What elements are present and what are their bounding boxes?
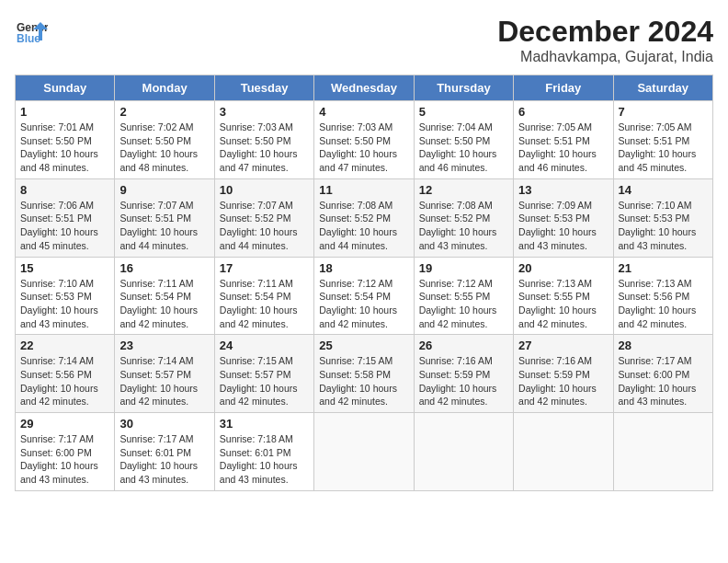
day-23: 23 Sunrise: 7:14 AMSunset: 5:57 PMDaylig… (115, 335, 214, 413)
day-20: 20 Sunrise: 7:13 AMSunset: 5:55 PMDaylig… (514, 257, 613, 335)
calendar-week-3: 15 Sunrise: 7:10 AMSunset: 5:53 PMDaylig… (16, 257, 713, 335)
day-21: 21 Sunrise: 7:13 AMSunset: 5:56 PMDaylig… (613, 257, 712, 335)
calendar-week-4: 22 Sunrise: 7:14 AMSunset: 5:56 PMDaylig… (16, 335, 713, 413)
empty-cell (414, 413, 513, 491)
day-4: 4 Sunrise: 7:03 AMSunset: 5:50 PMDayligh… (314, 101, 414, 179)
day-5: 5 Sunrise: 7:04 AMSunset: 5:50 PMDayligh… (414, 101, 513, 179)
day-22: 22 Sunrise: 7:14 AMSunset: 5:56 PMDaylig… (16, 335, 115, 413)
calendar-week-5: 29 Sunrise: 7:17 AMSunset: 6:00 PMDaylig… (16, 413, 713, 491)
logo: General Blue (15, 15, 48, 48)
col-tuesday: Tuesday (214, 75, 313, 101)
empty-cell (613, 413, 712, 491)
day-10: 10 Sunrise: 7:07 AMSunset: 5:52 PMDaylig… (214, 178, 313, 257)
svg-text:Blue: Blue (17, 32, 40, 45)
logo-icon: General Blue (15, 15, 48, 48)
day-30: 30 Sunrise: 7:17 AMSunset: 6:01 PMDaylig… (115, 413, 214, 491)
day-9: 9 Sunrise: 7:07 AMSunset: 5:51 PMDayligh… (115, 178, 214, 257)
day-24: 24 Sunrise: 7:15 AMSunset: 5:57 PMDaylig… (214, 335, 313, 413)
day-16: 16 Sunrise: 7:11 AMSunset: 5:54 PMDaylig… (115, 257, 214, 335)
title-section: December 2024 Madhavkampa, Gujarat, Indi… (497, 15, 713, 65)
header: General Blue December 2024 Madhavkampa, … (15, 15, 713, 65)
location-title: Madhavkampa, Gujarat, India (497, 49, 713, 65)
day-6: 6 Sunrise: 7:05 AMSunset: 5:51 PMDayligh… (514, 101, 613, 179)
day-3: 3 Sunrise: 7:03 AMSunset: 5:50 PMDayligh… (214, 101, 313, 179)
day-19: 19 Sunrise: 7:12 AMSunset: 5:55 PMDaylig… (414, 257, 513, 335)
day-28: 28 Sunrise: 7:17 AMSunset: 6:00 PMDaylig… (613, 335, 712, 413)
calendar-header-row: Sunday Monday Tuesday Wednesday Thursday… (16, 75, 713, 101)
col-saturday: Saturday (613, 75, 712, 101)
day-29: 29 Sunrise: 7:17 AMSunset: 6:00 PMDaylig… (16, 413, 115, 491)
calendar: Sunday Monday Tuesday Wednesday Thursday… (15, 75, 713, 491)
day-15: 15 Sunrise: 7:10 AMSunset: 5:53 PMDaylig… (16, 257, 115, 335)
day-7: 7 Sunrise: 7:05 AMSunset: 5:51 PMDayligh… (613, 101, 712, 179)
day-18: 18 Sunrise: 7:12 AMSunset: 5:54 PMDaylig… (314, 257, 414, 335)
day-13: 13 Sunrise: 7:09 AMSunset: 5:53 PMDaylig… (514, 178, 613, 257)
day-14: 14 Sunrise: 7:10 AMSunset: 5:53 PMDaylig… (613, 178, 712, 257)
day-8: 8 Sunrise: 7:06 AMSunset: 5:51 PMDayligh… (16, 178, 115, 257)
col-sunday: Sunday (16, 75, 115, 101)
day-2: 2 Sunrise: 7:02 AMSunset: 5:50 PMDayligh… (115, 101, 214, 179)
day-26: 26 Sunrise: 7:16 AMSunset: 5:59 PMDaylig… (414, 335, 513, 413)
empty-cell (314, 413, 414, 491)
day-17: 17 Sunrise: 7:11 AMSunset: 5:54 PMDaylig… (214, 257, 313, 335)
day-31: 31 Sunrise: 7:18 AMSunset: 6:01 PMDaylig… (214, 413, 313, 491)
col-friday: Friday (514, 75, 613, 101)
col-wednesday: Wednesday (314, 75, 414, 101)
col-thursday: Thursday (414, 75, 513, 101)
col-monday: Monday (115, 75, 214, 101)
calendar-week-2: 8 Sunrise: 7:06 AMSunset: 5:51 PMDayligh… (16, 178, 713, 257)
calendar-week-1: 1 Sunrise: 7:01 AMSunset: 5:50 PMDayligh… (16, 101, 713, 179)
month-title: December 2024 (497, 15, 713, 49)
day-27: 27 Sunrise: 7:16 AMSunset: 5:59 PMDaylig… (514, 335, 613, 413)
day-12: 12 Sunrise: 7:08 AMSunset: 5:52 PMDaylig… (414, 178, 513, 257)
day-25: 25 Sunrise: 7:15 AMSunset: 5:58 PMDaylig… (314, 335, 414, 413)
empty-cell (514, 413, 613, 491)
day-11: 11 Sunrise: 7:08 AMSunset: 5:52 PMDaylig… (314, 178, 414, 257)
day-1: 1 Sunrise: 7:01 AMSunset: 5:50 PMDayligh… (16, 101, 115, 179)
